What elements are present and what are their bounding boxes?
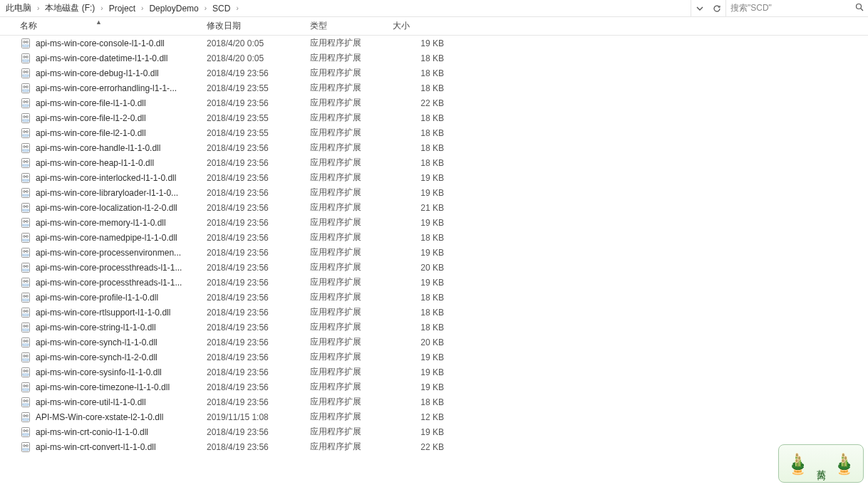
file-size: 18 KB xyxy=(393,323,457,332)
svg-rect-85 xyxy=(23,344,29,346)
file-type: 应用程序扩展 xyxy=(310,306,393,318)
sort-indicator-icon: ▲ xyxy=(95,19,102,26)
file-row[interactable]: api-ms-win-core-profile-l1-1-0.dll2018/4… xyxy=(0,290,868,305)
breadcrumb[interactable]: 此电脑›本地磁盘 (F:)›Project›DeployDemo›SCD› xyxy=(0,0,691,16)
file-row[interactable]: api-ms-win-core-sysinfo-l1-1-0.dll2018/4… xyxy=(0,365,868,379)
dll-file-icon xyxy=(20,142,31,154)
dll-file-icon xyxy=(20,382,31,393)
file-size: 18 KB xyxy=(393,53,457,63)
file-row[interactable]: api-ms-win-core-processthreads-l1-1...20… xyxy=(0,275,868,290)
column-name[interactable]: 名称 ▲ xyxy=(20,20,207,32)
dll-file-icon xyxy=(20,127,31,139)
dll-file-icon xyxy=(20,307,31,318)
file-name: api-ms-win-core-interlocked-l1-1-0.dll xyxy=(36,173,207,183)
file-row[interactable]: api-ms-win-core-libraryloader-l1-1-0...2… xyxy=(0,185,868,200)
file-row[interactable]: api-ms-win-core-memory-l1-1-0.dll2018/4/… xyxy=(0,215,868,230)
dropdown-history-button[interactable] xyxy=(691,0,708,16)
file-date: 2018/4/19 23:56 xyxy=(207,188,310,198)
file-type: 应用程序扩展 xyxy=(310,276,393,288)
file-type: 应用程序扩展 xyxy=(310,187,393,199)
file-row[interactable]: API-MS-Win-core-xstate-l2-1-0.dll2019/11… xyxy=(0,409,868,424)
breadcrumb-item[interactable]: DeployDemo xyxy=(146,0,201,16)
dll-file-icon xyxy=(20,83,31,94)
file-row[interactable]: api-ms-win-core-file-l1-2-0.dll2018/4/19… xyxy=(0,110,868,125)
file-date: 2018/4/19 23:56 xyxy=(207,98,310,108)
dll-file-icon xyxy=(20,232,31,244)
column-type[interactable]: 类型 xyxy=(310,20,393,32)
file-row[interactable]: api-ms-win-core-debug-l1-1-0.dll2018/4/1… xyxy=(0,66,868,80)
file-row[interactable]: api-ms-win-core-file-l2-1-0.dll2018/4/19… xyxy=(0,125,868,140)
file-name: api-ms-win-core-debug-l1-1-0.dll xyxy=(36,68,207,78)
dll-file-icon xyxy=(20,247,31,258)
file-row[interactable]: api-ms-win-core-util-l1-1-0.dll2018/4/19… xyxy=(0,394,868,409)
file-date: 2018/4/19 23:56 xyxy=(207,278,310,288)
file-size: 20 KB xyxy=(393,337,457,347)
refresh-button[interactable] xyxy=(708,0,725,16)
file-row[interactable]: api-ms-win-core-handle-l1-1-0.dll2018/4/… xyxy=(0,140,868,155)
column-size[interactable]: 大小 xyxy=(393,20,457,32)
file-row[interactable]: api-ms-win-core-timezone-l1-1-0.dll2018/… xyxy=(0,379,868,394)
dll-file-icon xyxy=(20,426,31,438)
file-size: 19 KB xyxy=(393,218,457,228)
file-type: 应用程序扩展 xyxy=(310,441,393,453)
column-date[interactable]: 修改日期 xyxy=(207,20,310,32)
breadcrumb-item[interactable]: 此电脑 xyxy=(3,0,34,16)
file-name: api-ms-win-core-synch-l1-2-0.dll xyxy=(36,352,207,362)
file-date: 2018/4/19 23:56 xyxy=(207,397,310,407)
file-name: api-ms-win-core-datetime-l1-1-0.dll xyxy=(36,53,207,63)
file-row[interactable]: api-ms-win-core-interlocked-l1-1-0.dll20… xyxy=(0,170,868,185)
file-name: API-MS-Win-core-xstate-l2-1-0.dll xyxy=(36,412,207,422)
breadcrumb-item[interactable]: 本地磁盘 (F:) xyxy=(42,0,98,16)
dll-file-icon xyxy=(20,38,31,49)
chevron-right-icon: › xyxy=(202,4,210,12)
breadcrumb-item[interactable]: SCD xyxy=(210,0,233,16)
file-row[interactable]: api-ms-win-core-namedpipe-l1-1-0.dll2018… xyxy=(0,230,868,245)
dll-file-icon xyxy=(20,98,31,109)
svg-rect-17 xyxy=(23,90,29,92)
file-name: api-ms-win-core-profile-l1-1-0.dll xyxy=(36,293,207,303)
file-size: 18 KB xyxy=(393,68,457,78)
file-list[interactable]: api-ms-win-core-console-l1-1-0.dll2018/4… xyxy=(0,36,868,487)
svg-rect-77 xyxy=(23,314,29,316)
file-row[interactable]: api-ms-win-core-string-l1-1-0.dll2018/4/… xyxy=(0,320,868,335)
file-type: 应用程序扩展 xyxy=(310,411,393,423)
file-row[interactable]: api-ms-win-core-heap-l1-1-0.dll2018/4/19… xyxy=(0,155,868,170)
file-size: 19 KB xyxy=(393,188,457,198)
file-date: 2018/4/19 23:56 xyxy=(207,352,310,362)
svg-rect-109 xyxy=(23,434,29,436)
search-input[interactable]: 搜索"SCD" xyxy=(725,0,868,16)
file-type: 应用程序扩展 xyxy=(310,336,393,348)
file-row[interactable]: api-ms-win-core-errorhandling-l1-1-...20… xyxy=(0,80,868,95)
search-icon xyxy=(855,3,864,14)
file-row[interactable]: api-ms-win-core-rtlsupport-l1-1-0.dll201… xyxy=(0,305,868,320)
file-row[interactable]: api-ms-win-core-localization-l1-2-0.dll2… xyxy=(0,200,868,215)
file-type: 应用程序扩展 xyxy=(310,97,393,109)
file-name: api-ms-win-core-errorhandling-l1-1-... xyxy=(36,83,207,93)
file-row[interactable]: api-ms-win-core-file-l1-1-0.dll2018/4/19… xyxy=(0,95,868,110)
dll-file-icon xyxy=(20,68,31,79)
file-type: 应用程序扩展 xyxy=(310,157,393,169)
file-row[interactable]: api-ms-win-core-datetime-l1-1-0.dll2018/… xyxy=(0,51,868,66)
file-row[interactable]: api-ms-win-core-console-l1-1-0.dll2018/4… xyxy=(0,36,868,51)
file-type: 应用程序扩展 xyxy=(310,366,393,378)
chevron-right-icon: › xyxy=(34,4,42,12)
file-name: api-ms-win-core-memory-l1-1-0.dll xyxy=(36,218,207,228)
svg-rect-97 xyxy=(23,389,29,391)
file-size: 18 KB xyxy=(393,83,457,93)
file-row[interactable]: api-ms-win-core-processenvironmen...2018… xyxy=(0,245,868,260)
file-row[interactable]: api-ms-win-crt-conio-l1-1-0.dll2018/4/19… xyxy=(0,424,868,439)
file-size: 19 KB xyxy=(393,427,457,437)
file-row[interactable]: api-ms-win-crt-convert-l1-1-0.dll2018/4/… xyxy=(0,439,868,454)
file-size: 18 KB xyxy=(393,233,457,243)
file-size: 21 KB xyxy=(393,203,457,213)
file-size: 18 KB xyxy=(393,308,457,318)
file-row[interactable]: api-ms-win-core-synch-l1-1-0.dll2018/4/1… xyxy=(0,335,868,350)
breadcrumb-item[interactable]: Project xyxy=(106,0,138,16)
file-size: 19 KB xyxy=(393,38,457,48)
file-row[interactable]: api-ms-win-core-processthreads-l1-1...20… xyxy=(0,260,868,275)
file-type: 应用程序扩展 xyxy=(310,82,393,94)
file-row[interactable]: api-ms-win-core-synch-l1-2-0.dll2018/4/1… xyxy=(0,350,868,365)
file-size: 19 KB xyxy=(393,352,457,362)
chevron-right-icon: › xyxy=(138,4,146,12)
file-name: api-ms-win-core-heap-l1-1-0.dll xyxy=(36,158,207,168)
